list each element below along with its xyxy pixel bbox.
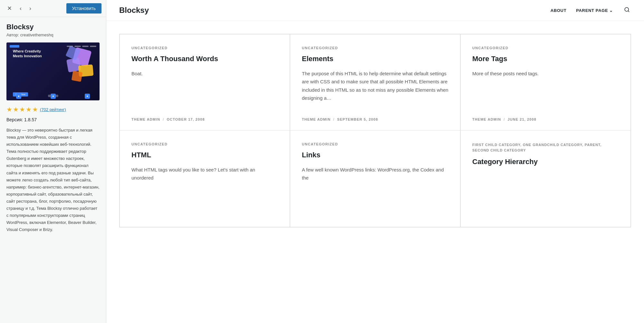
post-excerpt-1: The purpose of this HTML is to help dete… [302,69,448,108]
post-meta-sep-0: / [163,117,164,121]
nav-item-parent-page[interactable]: PARENT PAGE ⌄ [576,8,613,13]
ratings: ★ ★ ★ ★ ★ (702 рейтинг) [6,106,100,113]
handle-right [85,94,90,99]
post-date-1: SEPTEMBER 5, 2008 [337,117,378,121]
back-button[interactable]: ‹ [17,4,24,13]
post-date-0: OCTOBER 17, 2008 [167,117,205,121]
site-logo: Blocksy [119,6,149,15]
post-meta-sep-1: / [333,117,334,121]
search-button[interactable] [623,6,631,15]
screenshot-headline: Where Creativity Meets Innovation [13,49,52,59]
close-button[interactable]: ✕ [5,4,14,13]
post-excerpt-2: More of these posts need tags. [472,69,619,108]
star-3: ★ [19,106,25,113]
site-header: Blocksy ABOUT PARENT PAGE ⌄ [106,0,644,21]
post-title-1[interactable]: Elements [302,54,448,64]
post-meta-1: THEME ADMIN / SEPTEMBER 5, 2008 [302,117,448,121]
post-author-0: THEME ADMIN [131,117,160,121]
screenshot-handles [6,94,100,99]
theme-screenshot: Where Creativity Meets Innovation Start … [6,42,100,100]
rating-count[interactable]: (702 рейтинг) [40,107,66,112]
star-2: ★ [13,106,19,113]
post-excerpt-0: Boat. [131,69,278,108]
site-nav: ABOUT PARENT PAGE ⌄ [551,6,631,15]
post-card-0: UNCATEGORIZED Worth A Thousand Words Boa… [120,34,290,131]
post-category-4: UNCATEGORIZED [302,142,448,146]
post-excerpt-4: A few well known WordPress links: WordPr… [302,166,448,218]
description: Blocksy — это невероятно быстрая и легка… [6,127,100,233]
star-1: ★ [6,106,12,113]
right-panel: Blocksy ABOUT PARENT PAGE ⌄ UNCATEGORIZE… [106,0,644,323]
post-title-0[interactable]: Worth A Thousand Words [131,54,278,64]
panel-content: Blocksy Автор: creativethemeshq Where Cr… [0,17,106,239]
post-author-1: THEME ADMIN [302,117,331,121]
version: Версия: 1.8.57 [6,117,100,122]
post-meta-sep-2: / [504,117,505,121]
left-panel: ✕ ‹ › Установить Blocksy Автор: creative… [0,0,106,323]
star-4: ★ [26,106,32,113]
post-date-2: JUNE 21, 2008 [507,117,536,121]
post-category-2: UNCATEGORIZED [472,46,619,50]
posts-grid: UNCATEGORIZED Worth A Thousand Words Boa… [119,34,631,227]
svg-line-1 [628,11,629,12]
post-category-1: UNCATEGORIZED [302,46,448,50]
post-card-4: UNCATEGORIZED Links A few well known Wor… [290,131,460,227]
search-icon [624,7,630,13]
post-meta-2: THEME ADMIN / JUNE 21, 2008 [472,117,619,121]
install-button[interactable]: Установить [66,3,101,14]
post-title-3[interactable]: HTML [131,151,278,160]
post-author-2: THEME ADMIN [472,117,501,121]
post-category-3: UNCATEGORIZED [131,142,278,146]
post-meta-0: THEME ADMIN / OCTOBER 17, 2008 [131,117,278,121]
post-card-5: FIRST CHILD CATEGORY, ONE GRANDCHILD CAT… [460,131,631,227]
post-excerpt-3: What HTML tags would you like to see? Le… [131,166,278,218]
post-category-5: FIRST CHILD CATEGORY, ONE GRANDCHILD CAT… [472,142,619,153]
stars: ★ ★ ★ ★ ★ [6,106,38,113]
nav-item-parent-page-label: PARENT PAGE [576,8,608,13]
theme-name: Blocksy [6,23,100,31]
forward-button[interactable]: › [27,4,34,13]
post-title-4[interactable]: Links [302,151,448,160]
chevron-down-icon: ⌄ [609,8,613,13]
screenshot-shapes [54,46,96,88]
screenshot-logo [10,45,19,48]
handle-center [51,94,56,99]
site-main: UNCATEGORIZED Worth A Thousand Words Boa… [106,21,644,234]
post-card-1: UNCATEGORIZED Elements The purpose of th… [290,34,460,131]
post-title-2[interactable]: More Tags [472,54,619,64]
top-bar: ✕ ‹ › Установить [0,0,106,17]
star-5: ★ [32,106,38,113]
post-category-0: UNCATEGORIZED [131,46,278,50]
nav-item-about[interactable]: ABOUT [551,8,566,13]
post-card-3: UNCATEGORIZED HTML What HTML tags would … [120,131,290,227]
post-title-5[interactable]: Category Hierarchy [472,157,619,167]
cube-shape-5 [72,71,83,82]
theme-author: Автор: creativethemeshq [6,32,100,37]
post-card-2: UNCATEGORIZED More Tags More of these po… [460,34,631,131]
handle-left [16,94,21,99]
